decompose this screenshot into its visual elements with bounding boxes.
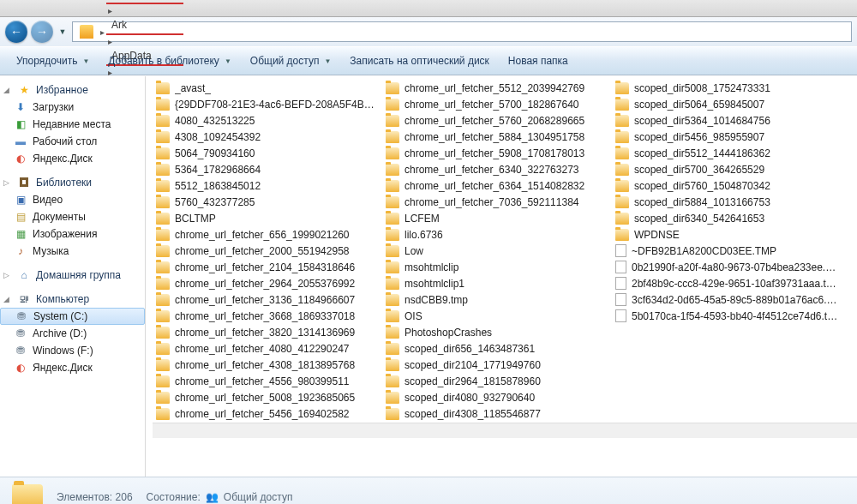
folder-item[interactable]: chrome_url_fetcher_5456_169402582 [153,405,382,422]
sidebar-item-music[interactable]: ♪Музыка [0,243,145,260]
back-button[interactable]: ← [5,21,27,43]
new-folder-button[interactable]: Новая папка [500,51,576,71]
share-button[interactable]: Общий доступ▼ [243,51,339,71]
folder-item[interactable]: scoped_dir5512_1444186362 [612,145,842,161]
nav-bar: ← → ▼ ▸ Компьютер▸System (C:)▸Пользовате… [0,17,857,46]
folder-item[interactable]: OIS [382,308,612,324]
folder-item[interactable]: 5512_1863845012 [153,177,382,194]
sidebar-homegroup[interactable]: ▷⌂Домашняя группа [0,267,145,284]
folder-item[interactable]: scoped_dir5456_985955907 [612,129,842,145]
folder-item[interactable]: scoped_dir5008_1752473331 [612,80,842,96]
folder-item[interactable]: chrome_url_fetcher_3820_1314136969 [153,324,382,340]
folder-item[interactable]: chrome_url_fetcher_3668_1869337018 [153,308,382,324]
breadcrumb-segment[interactable]: Пользователи [106,0,183,4]
folder-item[interactable]: scoped_dir5364_1014684756 [612,112,842,129]
folder-item[interactable]: chrome_url_fetcher_5512_2039942769 [382,80,612,96]
folder-item[interactable]: chrome_url_fetcher_4308_1813895768 [153,357,382,373]
sidebar-item-desktop[interactable]: ▬Рабочий стол [0,133,145,150]
chevron-down-icon: ▼ [324,57,331,65]
add-to-library-button[interactable]: Добавить в библиотеку▼ [100,51,238,71]
folder-item[interactable]: 5364_1782968664 [153,161,382,177]
folder-icon [156,294,170,306]
folder-item[interactable]: chrome_url_fetcher_2964_2055376992 [153,275,382,291]
file-name: 5064_790934160 [175,147,255,159]
folder-item[interactable]: chrome_url_fetcher_5908_1708178013 [382,145,612,161]
folder-item[interactable]: scoped_dir5700_364265529 [612,161,842,177]
folder-item[interactable]: chrome_url_fetcher_5008_1923685065 [153,389,382,405]
sidebar-item-drive-c[interactable]: ⛃System (C:) [0,308,145,325]
folder-item[interactable]: WPDNSE [612,226,842,243]
folder-icon [156,278,170,290]
file-name: 3cf634d2-0d65-45a5-89c5-889b01a76ac6.tmp [632,294,838,306]
address-bar[interactable]: ▸ Компьютер▸System (C:)▸Пользователи▸Ark… [72,21,852,42]
folder-item[interactable]: chrome_url_fetcher_4080_412290247 [153,340,382,357]
file-name: chrome_url_fetcher_2000_551942958 [175,245,350,257]
sidebar-item-pictures[interactable]: ▦Изображения [0,225,145,243]
organize-button[interactable]: Упорядочить▼ [9,51,97,71]
folder-item[interactable]: scoped_dir5760_1504870342 [612,177,842,194]
folder-item[interactable]: 5760_432377285 [153,194,382,210]
folder-item[interactable]: LCFEM [382,210,612,226]
file-item[interactable]: 3cf634d2-0d65-45a5-89c5-889b01a76ac6.tmp [612,291,842,308]
folder-item[interactable]: lilo.6736 [382,226,612,243]
file-list[interactable]: _avast_{29DDF708-21E3-4ac6-BEFD-208A5F4B… [146,76,857,477]
breadcrumb-segment[interactable]: Ark [106,16,183,35]
history-dropdown[interactable]: ▼ [57,21,69,43]
file-name: msohtmlclip [405,261,458,273]
folder-item[interactable]: chrome_url_fetcher_7036_592111384 [382,194,612,210]
horizontal-scrollbar[interactable] [153,423,857,438]
sidebar-item-downloads[interactable]: ⬇Загрузки [0,99,145,116]
folder-item[interactable]: 4080_432513225 [153,112,382,129]
folder-item[interactable]: {29DDF708-21E3-4ac6-BEFD-208A5F4B6B04} [153,96,382,112]
folder-item[interactable]: chrome_url_fetcher_5700_182867640 [382,96,612,112]
folder-item[interactable]: chrome_url_fetcher_4556_980399511 [153,373,382,389]
folder-item[interactable]: chrome_url_fetcher_2000_551942958 [153,243,382,259]
folder-item[interactable]: nsdCBB9.tmp [382,291,612,308]
folder-item[interactable]: scoped_dir656_1463487361 [382,340,612,357]
file-item[interactable]: 5b0170ca-1f54-4593-bb40-4f4512ce74d6.tmp [612,308,842,324]
sidebar-computer[interactable]: ◢🖳Компьютер [0,291,145,308]
folder-item[interactable]: Low [382,243,612,259]
file-item[interactable]: ~DFB92B1A8200CD03EE.TMP [612,243,842,259]
breadcrumb-root[interactable] [75,22,99,41]
folder-item[interactable]: 4308_1092454392 [153,129,382,145]
folder-item[interactable]: chrome_url_fetcher_3136_1184966607 [153,291,382,308]
folder-item[interactable]: msohtmlclip [382,259,612,275]
folder-item[interactable]: PhotoshopCrashes [382,324,612,340]
folder-item[interactable]: _avast_ [153,80,382,96]
folder-icon [156,359,170,371]
folder-item[interactable]: chrome_url_fetcher_2104_1584318646 [153,259,382,275]
folder-item[interactable]: scoped_dir4080_932790640 [382,389,612,405]
folder-item[interactable]: scoped_dir5884_1013166753 [612,194,842,210]
file-item[interactable]: 0b21990f-a20f-4a80-9673-07b4bea233ee.tmp [612,259,842,275]
forward-button[interactable]: → [31,21,53,43]
sidebar-item-videos[interactable]: ▣Видео [0,191,145,208]
folder-item[interactable]: scoped_dir4308_1185546877 [382,405,612,422]
sidebar-libraries[interactable]: ▷🞑Библиотеки [0,174,145,191]
sidebar-item-yandex-disk-drive[interactable]: ◐Яндекс.Диск [0,359,145,376]
folder-item[interactable]: BCLTMP [153,210,382,226]
folder-item[interactable]: chrome_url_fetcher_5884_1304951758 [382,129,612,145]
folder-item[interactable]: 5064_790934160 [153,145,382,161]
folder-item[interactable]: chrome_url_fetcher_656_1999021260 [153,226,382,243]
chevron-right-icon[interactable]: ▸ [106,6,114,15]
folder-item[interactable]: scoped_dir5064_659845007 [612,96,842,112]
folder-item[interactable]: scoped_dir2104_1771949760 [382,357,612,373]
file-item[interactable]: 2bf48b9c-ccc8-429e-9651-10af39731aaa.tmp [612,275,842,291]
sidebar-item-recent[interactable]: ◧Недавние места [0,116,145,133]
folder-item[interactable]: scoped_dir6340_542641653 [612,210,842,226]
folder-item[interactable]: chrome_url_fetcher_6340_322763273 [382,161,612,177]
burn-button[interactable]: Записать на оптический диск [342,51,497,71]
folder-item[interactable]: chrome_url_fetcher_5760_2068289665 [382,112,612,129]
chevron-right-icon[interactable]: ▸ [99,27,106,37]
chevron-right-icon[interactable]: ▸ [106,37,114,46]
folder-item[interactable]: scoped_dir2964_1815878960 [382,373,612,389]
sidebar-item-drive-f[interactable]: ⛃Windows (F:) [0,342,145,359]
sidebar-item-drive-d[interactable]: ⛃Archive (D:) [0,325,145,342]
sidebar-favorites[interactable]: ◢★Избранное [0,81,145,99]
folder-item[interactable]: msohtmlclip1 [382,275,612,291]
file-name: scoped_dir2964_1815878960 [405,375,541,387]
sidebar-item-documents[interactable]: ▤Документы [0,208,145,225]
folder-item[interactable]: chrome_url_fetcher_6364_1514082832 [382,177,612,194]
sidebar-item-yandex-disk[interactable]: ◐Яндекс.Диск [0,150,145,167]
